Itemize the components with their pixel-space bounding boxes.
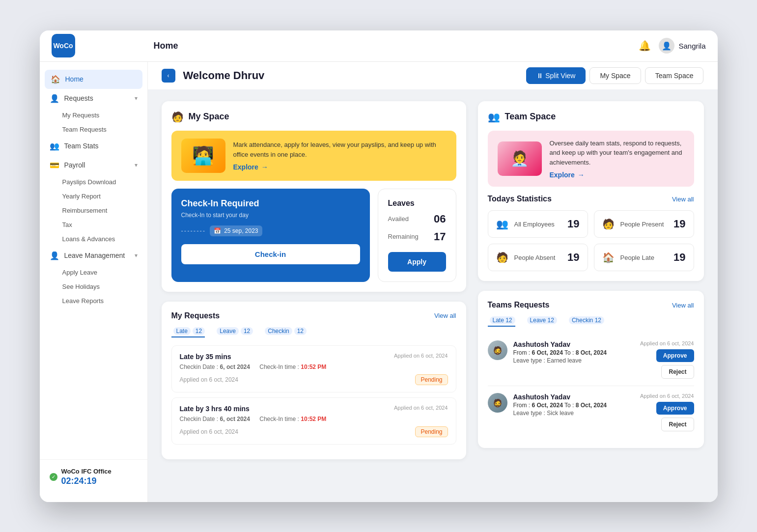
- stat-value-late: 19: [673, 251, 685, 264]
- my-space-title: My Space: [189, 112, 229, 122]
- sidebar-item-home[interactable]: 🏠 Home: [45, 70, 142, 89]
- page-title: Home: [154, 41, 178, 51]
- team-requests-view-all[interactable]: View all: [672, 302, 694, 309]
- user-name: Sangrila: [678, 42, 705, 50]
- team-tab-checkin[interactable]: Checkin 12: [567, 316, 604, 327]
- my-requests-card: My Requests View all Late12 Leave12: [162, 302, 466, 459]
- office-status-icon: [50, 473, 57, 481]
- status-badge-1: Pending: [415, 374, 448, 385]
- req-applied-bottom-1: Applied on 6 oct, 2024: [180, 376, 238, 383]
- team-tab-leave[interactable]: Leave 12: [525, 316, 557, 327]
- reject-button-1[interactable]: Reject: [661, 365, 694, 379]
- team-space-button[interactable]: Team Space: [645, 67, 704, 84]
- team-request-item: 🧔 Aashutosh Yadav From : 6 Oct, 2024 To …: [488, 334, 694, 386]
- banner-explore-link[interactable]: Explore →: [233, 163, 447, 171]
- team-banner-text: Oversee daily team stats, respond to req…: [550, 139, 684, 168]
- team-request-item: 🧔 Aashutosh Yadav From : 6 Oct, 2024 To …: [488, 386, 694, 438]
- my-requests-view-all[interactable]: View all: [434, 312, 456, 319]
- leaves-title: Leaves: [388, 199, 446, 208]
- req-applied-bottom-2: Applied on 6 oct, 2024: [180, 428, 238, 435]
- checkin-subtitle: Check-In to start your day: [181, 212, 360, 219]
- stat-people-absent: 🧑 People Absent 19: [488, 244, 588, 271]
- stat-value-absent: 19: [567, 251, 579, 264]
- my-space-icon: 🧑: [171, 111, 184, 123]
- office-name: WoCo IFC Office: [61, 468, 112, 475]
- chevron-down-icon: ▾: [135, 162, 138, 168]
- sidebar-team-stats-label: Team Stats: [64, 142, 99, 150]
- leaves-box: Leaves Availed 06 Remaining 17 Apply: [378, 189, 456, 282]
- stat-label-employees: All Employees: [514, 221, 562, 228]
- stat-value-present: 19: [673, 218, 685, 230]
- leave-management-icon: 👤: [50, 251, 59, 260]
- sidebar-item-see-holidays[interactable]: See Holidays: [40, 280, 147, 294]
- stat-people-late: 🏠 People Late 19: [594, 244, 694, 271]
- approve-button-1[interactable]: Approve: [656, 349, 694, 362]
- user-menu[interactable]: 👤 Sangrila: [659, 38, 705, 54]
- sidebar-item-payroll[interactable]: 💳 Payroll ▾: [40, 156, 147, 175]
- team-requests-tabs: Late 12 Leave 12 Checkin 12: [488, 316, 694, 327]
- sidebar-item-loans[interactable]: Loans & Advances: [40, 232, 147, 246]
- team-space-card: 👥 Team Space 🧑‍💼 Oversee daily team stat…: [478, 101, 704, 281]
- reject-button-2[interactable]: Reject: [661, 418, 694, 431]
- sidebar: 🏠 Home 👤 Requests ▾ My Requests Team Req…: [40, 62, 148, 502]
- sidebar-item-leave-management[interactable]: 👤 Leave Management ▾: [40, 246, 147, 265]
- stat-label-late: People Late: [620, 254, 668, 261]
- sidebar-item-my-requests[interactable]: My Requests: [40, 108, 147, 122]
- req-applied-top-2: Applied on 6 oct, 2024: [394, 405, 448, 411]
- sidebar-item-team-stats[interactable]: 👥 Team Stats: [40, 137, 147, 156]
- tab-checkin[interactable]: Checkin12: [263, 327, 307, 337]
- stat-people-present: 🧑 People Present 19: [594, 210, 694, 238]
- sidebar-item-team-requests[interactable]: Team Requests: [40, 122, 147, 137]
- notification-bell-icon[interactable]: 🔔: [639, 40, 651, 52]
- checkin-row: Check-In Required Check-In to start your…: [171, 189, 456, 282]
- team-banner-explore-link[interactable]: Explore →: [550, 171, 684, 179]
- tab-leave[interactable]: Leave12: [215, 327, 253, 337]
- request-item: Late by 35 mins Applied on 6 oct, 2024 C…: [171, 345, 456, 392]
- my-space-button[interactable]: My Space: [589, 67, 641, 84]
- remaining-value: 17: [434, 230, 446, 243]
- approve-button-2[interactable]: Approve: [656, 402, 694, 415]
- sidebar-item-requests[interactable]: 👤 Requests ▾: [40, 89, 147, 108]
- req-details-1: Checkin Date : 6, oct 2024 Check-In time…: [180, 364, 448, 370]
- sidebar-item-reimbursement[interactable]: Reimbursement: [40, 203, 147, 218]
- team-req-type-2: Leave type : Sick leave: [513, 410, 635, 417]
- remaining-label: Remaining: [388, 233, 419, 240]
- sidebar-item-payslips[interactable]: Payslips Download: [40, 175, 147, 189]
- office-time: 02:24:19: [61, 476, 112, 486]
- availed-label: Availed: [388, 215, 409, 223]
- stat-value-employees: 19: [567, 218, 579, 230]
- tab-late[interactable]: Late12: [171, 327, 205, 337]
- team-req-dates-2: From : 6 Oct, 2024 To : 8 Oct, 2024: [513, 402, 635, 409]
- banner-illustration: 🧑‍💻: [181, 139, 225, 173]
- team-req-dates-1: From : 6 Oct, 2024 To : 8 Oct, 2024: [513, 349, 635, 356]
- team-req-name-2: Aashutosh Yadav: [513, 393, 635, 401]
- sidebar-item-leave-reports[interactable]: Leave Reports: [40, 294, 147, 308]
- checkin-button[interactable]: Check-in: [181, 244, 360, 264]
- avatar: 🧔: [488, 393, 507, 413]
- all-employees-icon: 👥: [496, 218, 508, 230]
- team-req-actions-2: Applied on 6 oct, 2024 Approve Reject: [640, 393, 694, 431]
- team-requests-title: Teams Requests: [488, 301, 550, 309]
- my-space-banner: 🧑‍💻 Mark attendance, apply for leaves, v…: [171, 131, 456, 181]
- sidebar-leave-label: Leave Management: [64, 252, 125, 259]
- user-avatar-icon: 👤: [659, 38, 674, 54]
- apply-leave-button[interactable]: Apply: [388, 252, 446, 272]
- sidebar-item-yearly-report[interactable]: Yearly Report: [40, 189, 147, 203]
- chevron-down-icon: ▾: [135, 252, 138, 259]
- stat-all-employees: 👥 All Employees 19: [488, 210, 588, 238]
- office-info: WoCo IFC Office 02:24:19: [50, 468, 138, 486]
- checkin-time-dash: --------: [181, 227, 206, 234]
- sidebar-item-tax[interactable]: Tax: [40, 218, 147, 232]
- collapse-sidebar-button[interactable]: ‹: [162, 69, 175, 83]
- my-requests-tabs: Late12 Leave12 Checkin12: [171, 327, 456, 337]
- stats-view-all[interactable]: View all: [672, 196, 694, 203]
- request-item: Late by 3 hrs 40 mins Applied on 6 oct, …: [171, 397, 456, 445]
- req-applied-top-1: Applied on 6 oct, 2024: [394, 353, 448, 359]
- team-tab-late[interactable]: Late 12: [488, 316, 515, 327]
- team-stats-icon: 👥: [50, 141, 59, 151]
- split-view-button[interactable]: ⏸ Split View: [526, 67, 586, 84]
- sidebar-item-apply-leave[interactable]: Apply Leave: [40, 265, 147, 280]
- checkin-title: Check-In Required: [181, 198, 360, 209]
- welcome-title: Welcome Dhruv: [183, 69, 265, 82]
- content-area: ‹ Welcome Dhruv ⏸ Split View My Space Te…: [148, 62, 718, 502]
